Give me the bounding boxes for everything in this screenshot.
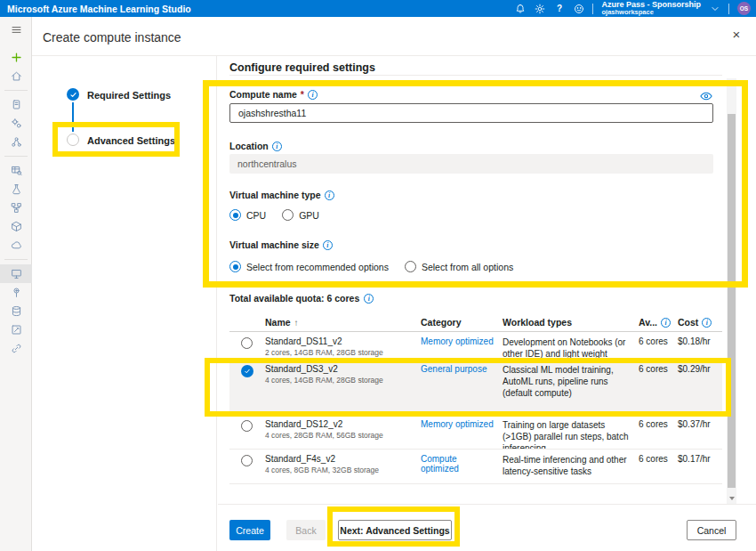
column-cost[interactable]: Cost: [678, 312, 722, 328]
column-category[interactable]: Category: [421, 312, 503, 328]
vm-type-label: Virtual machine type: [229, 190, 334, 200]
bell-icon[interactable]: [514, 3, 526, 14]
vm-size-table: Name ↑ Category Workload types Av... Cos…: [229, 309, 722, 484]
quota-text: Total available quota: 6 cores: [229, 293, 374, 304]
create-button[interactable]: Create: [229, 520, 270, 540]
vm-table-body: Standard_DS11_v22 cores, 14GB RAM, 28GB …: [229, 332, 722, 484]
notebooks-icon: [11, 99, 22, 110]
info-icon[interactable]: [325, 190, 334, 200]
step-advanced-settings[interactable]: Advanced Settings: [87, 135, 175, 146]
back-button[interactable]: Back: [286, 520, 326, 540]
sidebar-item-environments[interactable]: [0, 217, 32, 236]
table-row-standard_ds12_v2[interactable]: Standard_DS12_v24 cores, 28GB RAM, 56GB …: [229, 415, 722, 450]
vm-size-label: Virtual machine size: [229, 239, 333, 250]
compute-name-input[interactable]: [229, 103, 713, 123]
sidebar-item-new[interactable]: [0, 48, 32, 67]
sidebar-item-datastores[interactable]: [0, 302, 32, 320]
sidebar-item-linked-services[interactable]: [0, 339, 32, 358]
vm-name: Standard_DS3_v2: [265, 364, 415, 374]
smiley-icon[interactable]: [573, 3, 584, 14]
sidebar-item-menu[interactable]: [0, 20, 32, 39]
step-required-settings[interactable]: Required Settings: [87, 90, 171, 101]
vm-category-link[interactable]: Memory optimized: [421, 419, 494, 429]
info-icon[interactable]: [702, 318, 712, 328]
datastores-icon: [11, 305, 22, 317]
table-row-standard_ds11_v2[interactable]: Standard_DS11_v22 cores, 14GB RAM, 28GB …: [229, 332, 722, 360]
sidebar-item-endpoints[interactable]: [0, 283, 32, 302]
column-name[interactable]: Name ↑: [265, 312, 421, 328]
sidebar-item-data[interactable]: [0, 161, 32, 180]
sidebar-item-compute[interactable]: [0, 264, 32, 283]
vm-category-link[interactable]: Memory optimized: [421, 336, 494, 346]
required-asterisk: *: [301, 89, 304, 100]
sidebar-item-models[interactable]: [0, 236, 32, 255]
vm-size-options: Select from recommended options Select f…: [229, 261, 513, 272]
vm-category-link[interactable]: Compute optimized: [421, 454, 459, 474]
radio-all-options[interactable]: [405, 261, 416, 272]
info-icon[interactable]: [308, 90, 318, 100]
workspace-selector[interactable]: Azure Pass - Sponsorship ojashworkspace: [601, 1, 701, 16]
vm-available-quota: 6 cores: [639, 360, 678, 414]
table-row-standard_ds3_v2[interactable]: Standard_DS3_v24 cores, 14GB RAM, 28GB s…: [229, 360, 722, 415]
next-advanced-settings-button[interactable]: Next: Advanced Settings: [338, 520, 452, 540]
eye-icon[interactable]: [700, 89, 712, 100]
info-icon[interactable]: [661, 318, 671, 328]
info-icon[interactable]: [272, 142, 282, 151]
chevron-down-icon[interactable]: [709, 3, 720, 14]
sidebar-item-data-labeling[interactable]: [0, 320, 32, 339]
sidebar-item-designer[interactable]: [0, 133, 32, 151]
sidebar-item-automated-ml[interactable]: [0, 114, 32, 133]
avatar[interactable]: OS: [737, 2, 751, 15]
step-connector: [72, 102, 74, 132]
form-heading: Configure required settings: [229, 61, 375, 74]
vm-row-radio[interactable]: [241, 337, 253, 349]
compute-name-label-text: Compute name: [229, 89, 297, 100]
vm-category-link[interactable]: General purpose: [421, 364, 487, 374]
vm-available-quota: 6 cores: [639, 332, 678, 359]
scroll-down-icon[interactable]: [729, 497, 735, 500]
sidebar-item-jobs[interactable]: [0, 180, 32, 199]
location-input: [229, 154, 713, 174]
models-icon: [11, 239, 22, 251]
column-available[interactable]: Av...: [639, 312, 678, 328]
sidebar-item-pipelines[interactable]: [0, 199, 32, 217]
vm-specs: 4 cores, 28GB RAM, 56GB storage: [265, 431, 415, 440]
scroll-up-icon[interactable]: [729, 82, 735, 85]
pipelines-icon: [11, 202, 22, 214]
vm-cost: $0.29/hr: [678, 360, 722, 414]
gear-icon[interactable]: [534, 3, 545, 14]
designer-icon: [11, 136, 22, 148]
scrollbar-thumb[interactable]: [728, 114, 736, 488]
vm-size-label-text: Virtual machine size: [229, 239, 319, 250]
sidebar: [0, 17, 32, 551]
vm-cost: $0.17/hr: [678, 450, 722, 483]
vm-row-radio[interactable]: [241, 455, 253, 466]
radio-cpu[interactable]: [229, 209, 241, 221]
close-icon[interactable]: [729, 28, 744, 42]
info-icon[interactable]: [364, 294, 374, 304]
column-workload-types[interactable]: Workload types: [503, 312, 639, 328]
endpoints-icon: [11, 287, 22, 298]
vm-row-radio[interactable]: [241, 420, 253, 432]
sidebar-item-home[interactable]: [0, 67, 32, 85]
automated-ml-icon: [11, 117, 22, 129]
stepper-divider: [216, 56, 217, 551]
info-icon[interactable]: [323, 240, 333, 250]
table-row-standard_f4s_v2[interactable]: Standard_F4s_v24 cores, 8GB RAM, 32GB st…: [229, 450, 722, 484]
header-divider: [32, 55, 756, 56]
vm-workload-types: Real-time inferencing and other latency-…: [503, 450, 639, 483]
screen: Microsoft Azure Machine Learning Studio …: [0, 0, 756, 551]
sidebar-item-notebooks[interactable]: [0, 95, 32, 114]
footer-divider: [218, 504, 756, 505]
vm-selected-check-icon[interactable]: [241, 365, 253, 377]
radio-recommended-options[interactable]: [229, 261, 241, 272]
data-labeling-icon: [11, 324, 22, 336]
linked-services-icon: [11, 343, 22, 354]
vm-available-quota: 6 cores: [639, 450, 678, 483]
cancel-button[interactable]: Cancel: [687, 520, 736, 540]
vm-name: Standard_DS12_v2: [265, 419, 415, 429]
topbar-separator: [728, 4, 729, 14]
help-icon[interactable]: ?: [553, 3, 565, 14]
radio-gpu[interactable]: [282, 209, 294, 221]
vertical-scrollbar[interactable]: [727, 78, 736, 504]
